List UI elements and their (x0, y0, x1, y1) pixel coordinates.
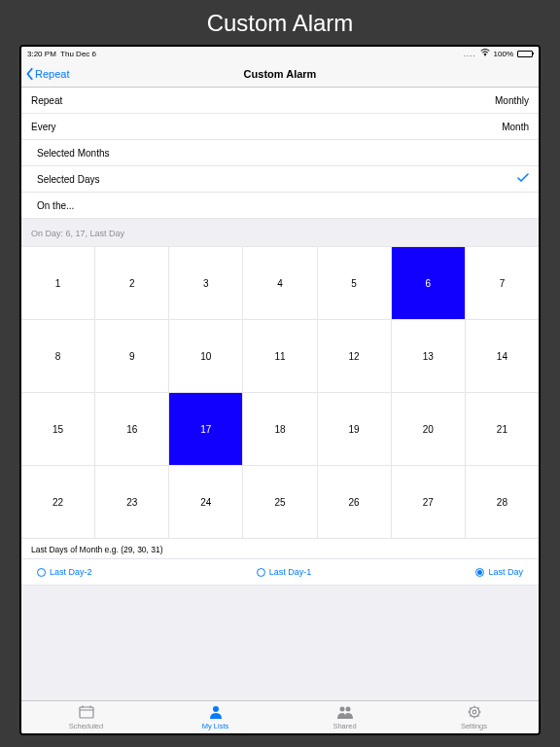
row-label: Selected Days (37, 174, 99, 185)
calendar-grid: 1234567891011121314151617181920212223242… (21, 246, 539, 539)
status-date: Thu Dec 6 (60, 50, 96, 58)
nav-bar: Repeat Custom Alarm (21, 60, 539, 88)
calendar-day-3[interactable]: 3 (169, 247, 242, 319)
signal-dots: .... (464, 50, 476, 58)
svg-rect-1 (80, 707, 93, 718)
row-selected-days[interactable]: Selected Days (21, 166, 539, 193)
calendar-day-5[interactable]: 5 (318, 247, 391, 319)
radio-icon (475, 568, 484, 577)
radio-icon (37, 568, 46, 577)
row-selected-months[interactable]: Selected Months (21, 140, 539, 166)
tab-scheduled[interactable]: Scheduled (21, 701, 151, 733)
calendar-day-6[interactable]: 6 (392, 247, 465, 319)
calendar-day-10[interactable]: 10 (169, 320, 242, 392)
calendar-day-20[interactable]: 20 (392, 393, 465, 465)
calendar-day-8[interactable]: 8 (21, 320, 94, 392)
calendar-day-27[interactable]: 27 (392, 466, 465, 538)
radio-icon (257, 568, 265, 577)
lastday-options: Last Day-2Last Day-1Last Day (21, 559, 539, 586)
person-icon (208, 705, 224, 721)
calendar-day-13[interactable]: 13 (392, 320, 465, 392)
radio-label: Last Day-1 (269, 567, 312, 577)
back-button[interactable]: Repeat (21, 67, 69, 81)
row-label: Repeat (31, 95, 62, 106)
calendar-day-16[interactable]: 16 (95, 393, 168, 465)
svg-point-0 (484, 54, 486, 56)
calendar-day-26[interactable]: 26 (318, 466, 391, 538)
svg-point-9 (472, 710, 476, 714)
back-label: Repeat (35, 68, 69, 80)
status-time: 3:20 PM (27, 50, 56, 58)
calendar-day-12[interactable]: 12 (318, 320, 391, 392)
calendar-day-25[interactable]: 25 (243, 466, 316, 538)
calendar-day-11[interactable]: 11 (243, 320, 316, 392)
calendar-day-9[interactable]: 9 (95, 320, 168, 392)
radio-label: Last Day-2 (50, 567, 92, 577)
summary-text: On Day: 6, 17, Last Day (21, 219, 539, 246)
wifi-icon (480, 49, 490, 58)
battery-icon (517, 51, 533, 57)
check-icon (517, 173, 529, 185)
radio-label: Last Day (488, 567, 523, 577)
row-label: Selected Months (37, 148, 110, 159)
row-label: Every (31, 122, 56, 132)
settings-rows: Repeat Monthly Every Month Selected Mont… (21, 88, 539, 219)
calendar-day-23[interactable]: 23 (95, 466, 168, 538)
tab-label: Shared (332, 722, 356, 730)
status-bar: 3:20 PM Thu Dec 6 .... 100% (21, 47, 539, 60)
chevron-left-icon (25, 67, 35, 81)
svg-point-7 (345, 706, 350, 711)
calendar-day-4[interactable]: 4 (243, 247, 316, 319)
lastday-option[interactable]: Last Day-2 (37, 567, 92, 577)
status-left: 3:20 PM Thu Dec 6 (27, 50, 96, 58)
row-value: Monthly (495, 95, 529, 106)
tab-my-lists[interactable]: My Lists (151, 701, 280, 733)
calendar-day-24[interactable]: 24 (169, 466, 242, 538)
row-label: On the... (37, 200, 74, 211)
device-frame: 3:20 PM Thu Dec 6 .... 100% Repeat Custo… (19, 45, 541, 735)
people-icon (337, 705, 353, 721)
calendar-day-18[interactable]: 18 (243, 393, 316, 465)
calendar-day-15[interactable]: 15 (21, 393, 94, 465)
row-repeat[interactable]: Repeat Monthly (21, 88, 539, 114)
row-value: Month (502, 122, 529, 132)
row-every[interactable]: Every Month (21, 114, 539, 140)
lastdays-label: Last Days of Month e.g. (29, 30, 31) (21, 539, 539, 559)
gear-icon (467, 705, 482, 721)
tab-shared[interactable]: Shared (280, 701, 409, 733)
tab-settings[interactable]: Settings (409, 701, 539, 733)
calendar-day-2[interactable]: 2 (95, 247, 168, 319)
calendar-day-19[interactable]: 19 (318, 393, 391, 465)
tab-bar: ScheduledMy ListsSharedSettings (21, 700, 539, 733)
calendar-day-1[interactable]: 1 (21, 247, 94, 319)
svg-point-6 (339, 706, 344, 711)
lastday-option[interactable]: Last Day (475, 567, 523, 577)
calendar-day-21[interactable]: 21 (466, 393, 539, 465)
calendar-day-14[interactable]: 14 (466, 320, 539, 392)
svg-point-5 (213, 706, 219, 712)
status-right: .... 100% (464, 49, 533, 58)
calendar-icon (79, 705, 94, 721)
tab-label: Settings (461, 722, 487, 730)
calendar-day-17[interactable]: 17 (169, 393, 242, 465)
spacer (21, 586, 539, 700)
tab-label: Scheduled (69, 722, 103, 730)
calendar-day-28[interactable]: 28 (466, 466, 539, 538)
battery-pct: 100% (494, 50, 513, 58)
tab-label: My Lists (202, 722, 229, 730)
row-on-the[interactable]: On the... (21, 193, 539, 219)
outer-title: Custom Alarm (0, 0, 560, 45)
nav-title: Custom Alarm (21, 68, 539, 80)
calendar-day-22[interactable]: 22 (21, 466, 94, 538)
lastday-option[interactable]: Last Day-1 (257, 567, 312, 577)
calendar-day-7[interactable]: 7 (466, 247, 539, 319)
